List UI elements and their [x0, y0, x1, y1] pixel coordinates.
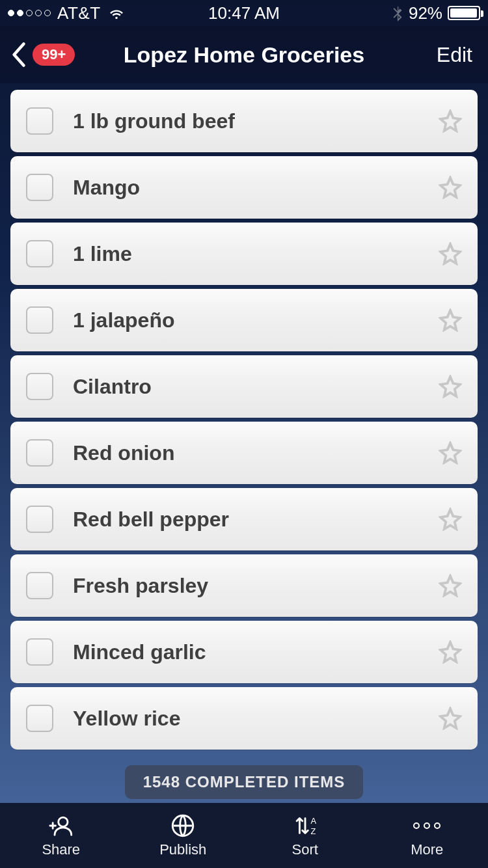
item-label: Red onion — [73, 441, 439, 465]
edit-button[interactable]: Edit — [437, 43, 488, 67]
status-right: 92% — [392, 3, 480, 23]
list-item[interactable]: Fresh parsley — [10, 554, 478, 617]
more-icon — [413, 813, 441, 839]
item-label: Minced garlic — [73, 640, 439, 664]
checkbox[interactable] — [26, 240, 53, 267]
item-label: Cilantro — [73, 375, 439, 399]
star-icon[interactable] — [439, 308, 462, 332]
sort-icon: AZ — [292, 813, 318, 839]
bluetooth-icon — [392, 5, 403, 21]
completed-section: 1548 COMPLETED ITEMS — [0, 757, 488, 803]
status-left: AT&T — [8, 3, 126, 23]
item-label: 1 jalapeño — [73, 308, 439, 332]
carrier-label: AT&T — [57, 3, 101, 23]
checkbox[interactable] — [26, 638, 53, 666]
star-icon[interactable] — [439, 242, 462, 265]
checkbox[interactable] — [26, 174, 53, 201]
star-icon[interactable] — [439, 375, 462, 398]
status-bar: AT&T 10:47 AM 92% — [0, 0, 488, 26]
checkbox[interactable] — [26, 373, 53, 400]
tab-bar: Share Publish AZ Sort More — [0, 803, 488, 868]
item-label: 1 lime — [73, 242, 439, 266]
item-label: Fresh parsley — [73, 574, 439, 598]
globe-icon — [170, 813, 196, 839]
item-label: 1 lb ground beef — [73, 109, 439, 133]
tab-share[interactable]: Share — [0, 813, 122, 858]
checkbox[interactable] — [26, 439, 53, 467]
checkbox[interactable] — [26, 306, 53, 334]
grocery-list[interactable]: 1 lb ground beef Mango 1 lime 1 jalapeño… — [0, 83, 488, 757]
tab-label: More — [411, 841, 443, 858]
svg-text:Z: Z — [310, 826, 316, 836]
checkbox[interactable] — [26, 107, 53, 135]
list-item[interactable]: Red bell pepper — [10, 488, 478, 550]
tab-label: Sort — [292, 841, 318, 858]
chevron-left-icon — [12, 42, 26, 67]
checkbox[interactable] — [26, 572, 53, 599]
list-item[interactable]: Cilantro — [10, 355, 478, 418]
share-icon — [48, 813, 74, 839]
page-title: Lopez Home Groceries — [124, 42, 364, 68]
tab-more[interactable]: More — [366, 813, 489, 858]
battery-percent: 92% — [409, 3, 442, 23]
wifi-icon — [107, 4, 126, 22]
tab-publish[interactable]: Publish — [122, 813, 245, 858]
item-label: Yellow rice — [73, 707, 439, 731]
nav-bar: 99+ Lopez Home Groceries Edit — [0, 26, 488, 83]
item-label: Mango — [73, 176, 439, 200]
star-icon[interactable] — [439, 707, 462, 730]
signal-dots-icon — [8, 10, 51, 16]
list-item[interactable]: Minced garlic — [10, 621, 478, 683]
tab-sort[interactable]: AZ Sort — [244, 813, 366, 858]
svg-text:A: A — [310, 816, 316, 826]
star-icon[interactable] — [439, 441, 462, 465]
checkbox[interactable] — [26, 705, 53, 732]
item-label: Red bell pepper — [73, 508, 439, 532]
list-item[interactable]: Mango — [10, 156, 478, 219]
list-item[interactable]: 1 jalapeño — [10, 289, 478, 351]
list-item[interactable]: 1 lime — [10, 223, 478, 285]
list-item[interactable]: Red onion — [10, 422, 478, 484]
checkbox[interactable] — [26, 506, 53, 533]
star-icon[interactable] — [439, 640, 462, 664]
svg-point-0 — [58, 817, 67, 826]
tab-label: Publish — [159, 841, 206, 858]
completed-pill[interactable]: 1548 COMPLETED ITEMS — [125, 765, 364, 799]
back-button[interactable]: 99+ — [0, 42, 75, 67]
tab-label: Share — [42, 841, 80, 858]
star-icon[interactable] — [439, 508, 462, 531]
list-item[interactable]: 1 lb ground beef — [10, 90, 478, 152]
star-icon[interactable] — [439, 176, 462, 199]
notification-badge: 99+ — [33, 44, 75, 66]
star-icon[interactable] — [439, 574, 462, 597]
clock: 10:47 AM — [208, 3, 280, 23]
star-icon[interactable] — [439, 109, 462, 133]
list-item[interactable]: Yellow rice — [10, 687, 478, 750]
battery-icon — [448, 6, 480, 20]
